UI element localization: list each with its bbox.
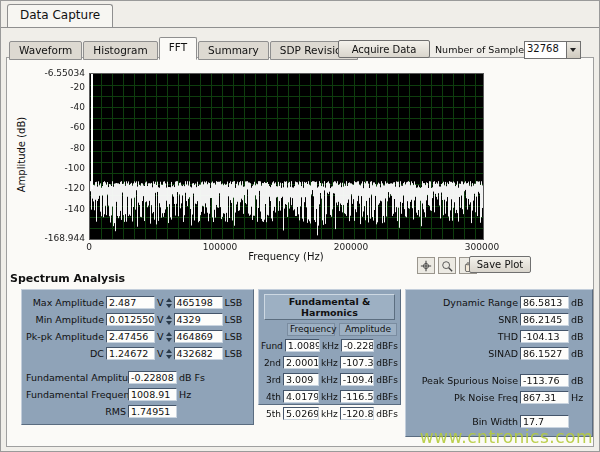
spinner-icon[interactable] (165, 298, 173, 308)
number-of-samples-value[interactable]: 32768 (527, 43, 559, 54)
acquire-data-button[interactable]: Acquire Data (338, 40, 430, 58)
harmonic-label: 5th (261, 409, 281, 419)
data-capture-window: Data Capture WaveformHistogramFFTSummary… (0, 0, 600, 452)
measurement-label: Pk-pk Amplitude (26, 331, 104, 342)
metric-value: 867.31 (520, 391, 569, 404)
graph-palette (417, 257, 477, 274)
measurement-unit: V (157, 297, 164, 308)
spinner-icon[interactable] (165, 332, 173, 342)
metric-unit: dB (571, 348, 584, 359)
spectrum-analysis-title: Spectrum Analysis (10, 272, 125, 285)
measurement-value: 2.487 (106, 296, 155, 309)
harmonic-label: 4th (261, 392, 281, 402)
metric-value: 86.5813 (520, 296, 569, 309)
tab-divider (1, 27, 599, 28)
metric-row: THD -104.13 dB (410, 329, 592, 344)
measurement-unit-lsb: LSB (225, 331, 243, 342)
harmonic-frequency: 2.0001 (283, 356, 319, 369)
number-of-samples-label: Number of Samples (435, 44, 529, 55)
harmonic-label: 2nd (261, 358, 281, 368)
tab-data-capture[interactable]: Data Capture (7, 4, 113, 27)
harmonic-amplitude: -120.8 (340, 407, 374, 420)
measurement-value: 1.74951 (128, 405, 177, 418)
metrics-panel: Dynamic Range 86.5813 dB SNR 86.2145 dB … (405, 289, 593, 437)
measurement-label: Min Amplitude (26, 314, 104, 325)
measurement-value: -0.22808 (128, 371, 177, 384)
measurement-unit: dB Fs (179, 372, 205, 383)
harmonic-frequency: 1.0089 (285, 339, 320, 352)
metric-label: SINAD (410, 348, 518, 359)
measurement-label: Max Amplitude (26, 297, 104, 308)
measurement-unit: V (157, 314, 164, 325)
measurement-row: Min Amplitude 0.012550 V 4329 LSB (26, 312, 253, 327)
crosshair-icon[interactable] (417, 257, 435, 274)
harmonic-row: 3rd 3.009 kHz -109.4 dBFs (261, 372, 400, 387)
harmonic-amplitude: -0.2281 (341, 339, 375, 352)
measurement-value: 1.24672 (106, 347, 155, 360)
harmonic-amplitude: -107.3 (340, 356, 374, 369)
measurement-value-lsb: 464869 (174, 330, 223, 343)
metric-row: Dynamic Range 86.5813 dB (410, 295, 592, 310)
measurement-value-lsb: 465198 (174, 296, 223, 309)
measurement-value-lsb: 432682 (174, 347, 223, 360)
spinner-icon[interactable] (165, 349, 173, 359)
zoom-icon[interactable] (438, 257, 456, 274)
tab-waveform[interactable]: Waveform (9, 41, 82, 60)
metric-label: Dynamic Range (410, 297, 518, 308)
harmonics-header: Frequency Amplitude (287, 323, 400, 336)
measurement-value-lsb: 4329 (174, 313, 223, 326)
tab-fft[interactable]: FFT (159, 37, 197, 60)
measurement-unit-lsb: LSB (225, 314, 243, 325)
harmonic-frequency: 3.009 (283, 373, 319, 386)
chevron-down-icon[interactable] (566, 42, 580, 58)
fft-plot[interactable] (89, 73, 484, 240)
measurement-label: Fundamental Amplitude (26, 372, 126, 383)
measurement-unit-lsb: LSB (225, 348, 243, 359)
metric-value: 86.1527 (520, 347, 569, 360)
metric-label: THD (410, 331, 518, 342)
frequency-column-header: Frequency (287, 323, 335, 336)
harmonics-panel: Fundamental & Harmonics Frequency Amplit… (258, 289, 401, 405)
measurement-unit: V (157, 331, 164, 342)
measurement-unit: Hz (179, 389, 191, 400)
measurement-unit-lsb: LSB (225, 297, 243, 308)
measurement-value: 0.012550 (106, 313, 155, 326)
harmonic-label: 3rd (261, 375, 281, 385)
harmonic-freq-unit: kHz (321, 375, 338, 385)
metric-unit: Hz (571, 392, 583, 403)
metric-value: 86.2145 (520, 313, 569, 326)
metric-label: Bin Width (410, 416, 518, 427)
spinner-icon[interactable] (165, 315, 173, 325)
measurement-row: Fundamental Amplitude -0.22808 dB Fs (26, 370, 253, 385)
measurements-panel: Max Amplitude 2.487 V 465198 LSB Min Amp… (21, 289, 254, 425)
measurement-label: Fundamental Frequency (26, 389, 126, 400)
harmonic-amp-unit: dBFs (376, 392, 398, 402)
y-axis-title: Amplitude (dB) (16, 105, 27, 205)
subtab-bar: WaveformHistogramFFTSummarySDP Revision (9, 39, 359, 60)
save-plot-button[interactable]: Save Plot (469, 256, 531, 273)
harmonic-row: 4th 4.0179 kHz -116.5 dBFs (261, 389, 400, 404)
number-of-samples-combo[interactable]: 32768 (524, 41, 581, 59)
measurement-label: RMS (26, 406, 126, 417)
metric-label: SNR (410, 314, 518, 325)
harmonic-freq-unit: kHz (321, 358, 338, 368)
metric-unit: dB (571, 314, 584, 325)
harmonic-amp-unit: dBFs (376, 375, 398, 385)
tab-summary[interactable]: Summary (198, 41, 269, 60)
measurement-value: 2.47456 (106, 330, 155, 343)
metric-row: SNR 86.2145 dB (410, 312, 592, 327)
harmonic-freq-unit: kHz (321, 392, 338, 402)
harmonic-amp-unit: dBFs (376, 341, 398, 351)
x-axis-title: Frequency (Hz) (225, 251, 347, 262)
harmonics-title: Fundamental & Harmonics (264, 294, 395, 320)
metric-value: -104.13 (520, 330, 569, 343)
measurement-row: DC 1.24672 V 432682 LSB (26, 346, 253, 361)
metric-label: Peak Spurious Noise (410, 375, 518, 386)
metric-row: Pk Noise Freq 867.31 Hz (410, 390, 592, 405)
harmonic-label: Fund (261, 341, 283, 351)
measurement-row: Fundamental Frequency 1008.91 Hz (26, 387, 253, 402)
tab-histogram[interactable]: Histogram (83, 41, 157, 60)
harmonic-row: 2nd 2.0001 kHz -107.3 dBFs (261, 355, 400, 370)
harmonic-amp-unit: dBFs (376, 409, 398, 419)
measurement-unit: V (157, 348, 164, 359)
